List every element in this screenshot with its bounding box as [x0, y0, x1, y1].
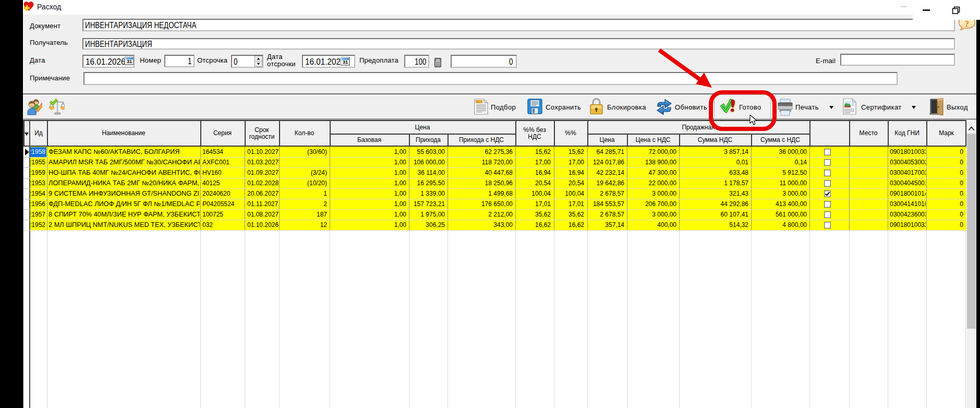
- svg-text:?: ?: [965, 19, 969, 28]
